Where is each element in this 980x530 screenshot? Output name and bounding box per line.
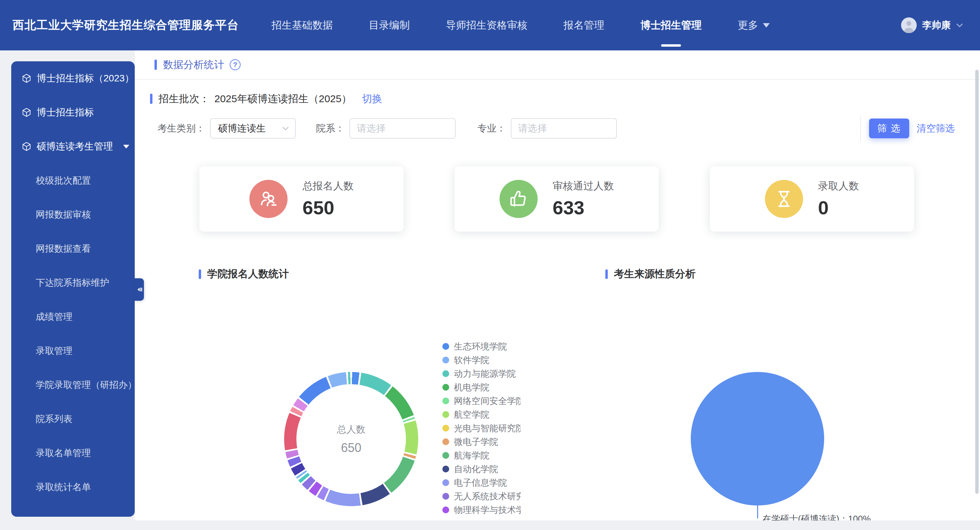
filter-row: 考生类别： 硕博连读生 院系： 专业： 筛 选 清空筛选 — [135, 118, 980, 139]
section-accent-bar — [199, 270, 201, 279]
legend-item-11[interactable]: 电子信息学院 — [442, 476, 520, 490]
donut-center-label: 总人数 — [337, 423, 366, 436]
legend-label: 生态环境学院 — [454, 341, 507, 353]
dept-input[interactable] — [350, 118, 456, 139]
legend-label: 物理科学与技术学院 — [454, 504, 520, 516]
sidebar-item-9[interactable]: 录取管理 — [11, 334, 135, 368]
sidebar-item-13[interactable]: 录取统计名单 — [11, 470, 135, 504]
section-accent-bar — [605, 270, 608, 279]
help-icon[interactable]: ? — [230, 59, 240, 70]
sidebar-item-label: 院系列表 — [36, 413, 73, 425]
stat-value: 0 — [818, 196, 859, 219]
legend-label: 电子信息学院 — [454, 477, 507, 489]
legend-label: 光电与智能研究院 — [454, 422, 520, 434]
legend-item-5[interactable]: 网络空间安全学院 — [442, 394, 520, 408]
legend-item-7[interactable]: 光电与智能研究院 — [442, 421, 520, 435]
stat-card-2: 审核通过人数633 — [455, 166, 659, 231]
switch-batch-link[interactable]: 切换 — [362, 92, 382, 106]
legend-label: 软件学院 — [454, 354, 489, 366]
sidebar: 博士招生指标（2023）博士招生指标硕博连读考生管理校级批次配置网报数据审核网报… — [11, 61, 135, 517]
user-avatar — [901, 18, 917, 33]
legend-dot — [442, 411, 449, 418]
legend-item-12[interactable]: 无人系统技术研究院 — [442, 490, 520, 503]
category-select[interactable]: 硕博连读生 — [210, 118, 296, 139]
legend-item-9[interactable]: 航海学院 — [442, 449, 520, 462]
user-name: 李帅康 — [922, 19, 951, 32]
donut-center-value: 650 — [341, 441, 361, 455]
sidebar-item-label: 录取统计名单 — [36, 481, 91, 493]
main-content: 数据分析统计 ? 招生批次： 2025年硕博连读招生（2025） 切换 考生类别… — [135, 50, 980, 520]
legend-dot — [442, 398, 449, 404]
nav-item-2[interactable]: 目录编制 — [369, 0, 410, 50]
sidebar-item-8[interactable]: 成绩管理 — [11, 300, 135, 334]
thumbs-up-icon — [500, 180, 538, 218]
cube-icon — [21, 107, 32, 118]
sidebar-item-10[interactable]: 学院录取管理（研招办） — [11, 368, 135, 402]
stat-card-1: 总报名人数650 — [199, 166, 404, 231]
sidebar-item-11[interactable]: 院系列表 — [11, 402, 135, 436]
stat-label: 录取人数 — [818, 179, 859, 193]
sidebar-item-label: 硕博连读考生管理 — [37, 140, 113, 153]
legend-dot — [442, 425, 449, 431]
caret-down-icon — [763, 23, 770, 27]
major-input[interactable] — [511, 118, 617, 139]
legend-label: 自动化学院 — [454, 463, 498, 475]
filter-divider — [860, 115, 861, 142]
nav-item-label: 招生基础数据 — [272, 18, 333, 32]
sidebar-item-1[interactable]: 博士招生指标（2023） — [11, 61, 135, 95]
legend-item-6[interactable]: 航空学院 — [442, 408, 520, 421]
stat-cards-row: 总报名人数650审核通过人数633录取人数0 — [199, 166, 914, 231]
chevron-down-icon — [282, 126, 289, 131]
scrollbar-thumb[interactable] — [975, 70, 978, 494]
legend-label: 网络空间安全学院 — [454, 395, 520, 407]
page-title: 数据分析统计 — [163, 58, 224, 72]
app-title: 西北工业大学研究生招生综合管理服务平台 — [13, 18, 239, 33]
primary-nav: 招生基础数据目录编制导师招生资格审核报名管理博士招生管理更多 — [272, 0, 770, 50]
legend-item-1[interactable]: 生态环境学院 — [442, 340, 520, 353]
sidebar-item-6[interactable]: 网报数据查看 — [11, 231, 135, 266]
nav-item-label: 更多 — [738, 18, 758, 32]
legend-dot — [442, 506, 449, 513]
legend-dot — [442, 479, 449, 486]
batch-value: 2025年硕博连读招生（2025） — [215, 92, 352, 106]
legend-item-4[interactable]: 机电学院 — [442, 380, 520, 394]
sidebar-item-4[interactable]: 校级批次配置 — [11, 163, 135, 198]
legend-dot — [442, 370, 449, 377]
nav-item-6[interactable]: 更多 — [738, 0, 770, 50]
collapse-left-icon — [137, 286, 143, 292]
legend-item-2[interactable]: 软件学院 — [442, 353, 520, 367]
legend-label: 航海学院 — [454, 450, 489, 461]
filter-button[interactable]: 筛 选 — [869, 118, 909, 138]
nav-item-1[interactable]: 招生基础数据 — [272, 0, 333, 50]
stat-text: 录取人数0 — [818, 179, 859, 219]
legend-label: 航空学院 — [454, 409, 489, 421]
legend-label: 动力与能源学院 — [454, 368, 516, 380]
sidebar-item-label: 网报数据审核 — [36, 208, 91, 221]
section-title-text: 考生来源性质分析 — [614, 267, 695, 281]
sidebar-item-2[interactable]: 博士招生指标 — [11, 95, 135, 129]
stat-value: 633 — [553, 196, 614, 219]
legend-label: 无人系统技术研究院 — [454, 490, 520, 503]
sidebar-collapse-button[interactable] — [135, 278, 144, 301]
legend-item-8[interactable]: 微电子学院 — [442, 435, 520, 449]
sidebar-item-5[interactable]: 网报数据审核 — [11, 198, 135, 231]
batch-label: 招生批次： — [159, 92, 210, 106]
nav-item-4[interactable]: 报名管理 — [563, 0, 605, 50]
legend-item-10[interactable]: 自动化学院 — [442, 462, 520, 476]
user-menu[interactable]: 李帅康 — [901, 18, 963, 33]
stat-text: 总报名人数650 — [302, 179, 353, 219]
sidebar-item-12[interactable]: 录取名单管理 — [11, 436, 135, 470]
sidebar-item-7[interactable]: 下达院系指标维护 — [11, 266, 135, 300]
sidebar-item-label: 录取名单管理 — [36, 447, 91, 459]
legend-label: 微电子学院 — [454, 436, 498, 448]
nav-item-3[interactable]: 导师招生资格审核 — [446, 0, 527, 50]
sidebar-item-3[interactable]: 硕博连读考生管理 — [11, 129, 135, 163]
dept-label: 院系： — [316, 122, 345, 135]
page-header: 数据分析统计 ? — [135, 50, 980, 80]
donut-center: 总人数 650 — [296, 384, 406, 494]
legend-item-13[interactable]: 物理科学与技术学院 — [442, 503, 520, 517]
nav-item-5[interactable]: 博士招生管理 — [640, 0, 702, 50]
legend-label: 机电学院 — [454, 382, 489, 393]
legend-item-3[interactable]: 动力与能源学院 — [442, 367, 520, 380]
clear-filter-link[interactable]: 清空筛选 — [917, 122, 955, 135]
